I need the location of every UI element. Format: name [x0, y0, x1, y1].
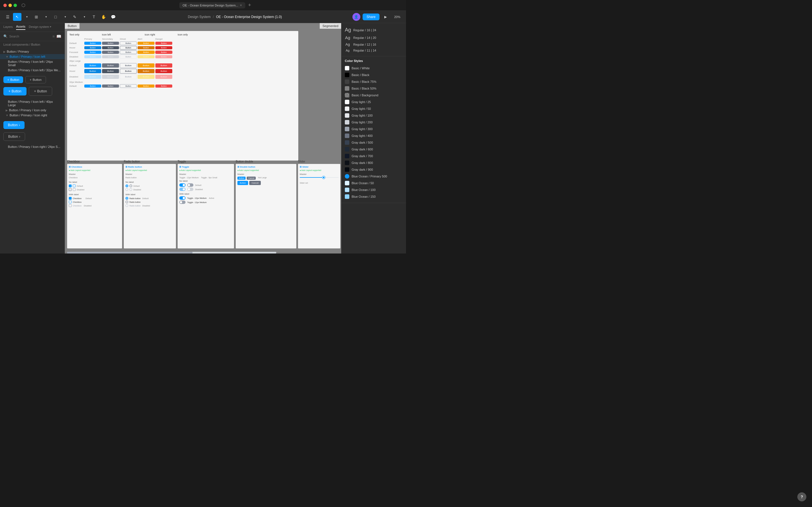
- type-item-regular-16[interactable]: Ag Regular / 16 | 24: [345, 26, 403, 34]
- frame-dropdown[interactable]: ▾: [42, 13, 50, 21]
- type-preview-icon: Ag: [345, 49, 350, 52]
- comment-tool[interactable]: 💬: [109, 13, 117, 21]
- color-name: Blue Ocean / 150: [352, 195, 375, 198]
- preview-button-ghost-2[interactable]: + Button: [29, 87, 52, 96]
- bottom-frames-row: Checkbox ⊞ Checkbox ● Auto Layout suppor…: [67, 164, 340, 248]
- component-previews: + Button + Button + Button + But: [0, 73, 64, 99]
- color-basic-white[interactable]: Basic / White: [345, 65, 403, 71]
- color-gray-light-300[interactable]: Gray light / 300: [345, 126, 403, 132]
- titlebar: ⬡ OE - Ocean Enterprise Design System...…: [0, 0, 406, 11]
- horizontal-scrollbar[interactable]: [67, 252, 276, 253]
- color-blue-ocean-150[interactable]: Blue Ocean / 150: [345, 193, 403, 200]
- grid-view-icon[interactable]: 📖: [56, 34, 61, 39]
- canvas-viewport[interactable]: Text only Icon left Icon right Icon only…: [65, 29, 341, 253]
- pen-tool[interactable]: ✎: [70, 13, 79, 21]
- color-swatch: [345, 113, 349, 118]
- chevron-icon: ▶: [6, 109, 8, 112]
- color-styles-title: Color Styles: [345, 59, 403, 62]
- color-basic-background[interactable]: Basic / Background: [345, 92, 403, 99]
- color-swatch: [345, 79, 349, 84]
- color-gray-light-200[interactable]: Gray light / 200: [345, 119, 403, 126]
- share-button[interactable]: Share: [363, 13, 379, 20]
- list-view-icon[interactable]: ≡: [52, 34, 55, 39]
- preview-button-icon-right-1[interactable]: Button ›: [3, 121, 24, 129]
- sidebar-item-24px-small[interactable]: Button / Primary / Icon left / 24px Smal…: [0, 59, 64, 68]
- sidebar-item-32px-medium[interactable]: Button / Primary / Icon left / 32px Me..…: [0, 68, 64, 73]
- plus-icon: +: [34, 89, 36, 93]
- color-blue-ocean-50[interactable]: Blue Ocean / 50: [345, 180, 403, 186]
- preview-button-ghost-1[interactable]: + Button: [26, 76, 46, 83]
- sidebar-tab-design-system[interactable]: Design system ▾: [29, 25, 51, 30]
- menu-button[interactable]: ☰: [3, 13, 12, 21]
- color-gray-dark-600[interactable]: Gray dark / 600: [345, 146, 403, 153]
- new-tab-button[interactable]: +: [248, 2, 251, 8]
- arrow-icon: ›: [19, 123, 20, 127]
- select-tool[interactable]: ↖: [13, 13, 21, 21]
- breadcrumb-part1[interactable]: Design System: [188, 15, 211, 19]
- color-basic-black-50[interactable]: Basic / Black 50%: [345, 85, 403, 92]
- color-gray-light-100[interactable]: Gray light / 100: [345, 112, 403, 119]
- color-basic-black-75[interactable]: Basic / Black 75%: [345, 78, 403, 85]
- sidebar-tab-assets[interactable]: Assets: [16, 25, 26, 30]
- color-gray-light-50[interactable]: Gray light / 50: [345, 105, 403, 112]
- sidebar-item-icon-right[interactable]: ▼ Button / Primary / Icon right: [0, 113, 64, 118]
- item-label: Button / Primary / Icon left / 24px Smal…: [8, 60, 61, 67]
- color-name: Blue Ocean / 50: [352, 181, 374, 185]
- close-dot[interactable]: [3, 4, 7, 7]
- active-tab[interactable]: OE - Ocean Enterprise Design System... ×: [179, 2, 245, 8]
- typography-section: Ag Regular / 16 | 24 Ag Regular / 14 | 2…: [342, 23, 406, 56]
- color-swatch: [345, 120, 349, 124]
- color-gray-light-25[interactable]: Gray light / 25: [345, 99, 403, 105]
- color-gray-dark-700[interactable]: Gray dark / 700: [345, 153, 403, 159]
- breadcrumb-part2[interactable]: OE - Ocean Enterprise Design System (1.0…: [216, 15, 282, 19]
- sidebar-tab-layers[interactable]: Layers: [3, 25, 13, 30]
- search-input[interactable]: [9, 35, 51, 38]
- toggle-frame: Toggle ⊞ Toggle ● Auto Layout supported …: [177, 164, 234, 248]
- preview-button-icon-right-ghost[interactable]: Button ›: [3, 132, 25, 141]
- type-item-regular-12[interactable]: Ag Regular / 12 | 16: [345, 41, 403, 48]
- tab-close-icon[interactable]: ×: [240, 3, 242, 7]
- button-double-frame: Button double ⊞ Double button ● Auto Lay…: [236, 164, 296, 248]
- color-basic-black[interactable]: Basic / Black: [345, 71, 403, 78]
- sidebar-item-icon-left[interactable]: ▼ Button / Primary / Icon left: [0, 54, 64, 59]
- type-item-regular-14[interactable]: Ag Regular / 14 | 20: [345, 34, 403, 41]
- preview-button-primary-2[interactable]: + Button: [3, 87, 27, 96]
- color-gray-dark-900[interactable]: Gray dark / 900: [345, 166, 403, 173]
- color-gray-dark-800[interactable]: Gray dark / 800: [345, 159, 403, 166]
- shape-dropdown[interactable]: ▾: [61, 13, 69, 21]
- color-name: Gray dark / 600: [352, 148, 373, 151]
- shape-tool[interactable]: □: [51, 13, 60, 21]
- hand-tool[interactable]: ✋: [99, 13, 108, 21]
- arrow-icon: ›: [19, 135, 20, 138]
- sidebar-item-button-primary[interactable]: ▶ Button / Primary: [0, 49, 64, 54]
- canvas-frame-label-segmented: Segmented: [320, 23, 341, 29]
- color-swatch: [345, 73, 349, 77]
- pen-dropdown[interactable]: ▾: [80, 13, 89, 21]
- color-name: Basic / Background: [352, 94, 378, 97]
- maximize-dot[interactable]: [13, 4, 17, 7]
- canvas[interactable]: Button Segmented Text only Icon left Ico…: [65, 23, 341, 253]
- btn-label: Button: [33, 78, 42, 81]
- sidebar-item-40px-large[interactable]: Button / Primary / Icon left / 40px Larg…: [0, 99, 64, 108]
- text-tool[interactable]: T: [90, 13, 98, 21]
- color-blue-ocean-100[interactable]: Blue Ocean / 100: [345, 186, 403, 193]
- preview-button-primary-1[interactable]: + Button: [3, 76, 23, 83]
- frame-tool[interactable]: ⊞: [32, 13, 41, 21]
- color-gray-dark-500[interactable]: Gray dark / 500: [345, 139, 403, 146]
- color-gray-light-400[interactable]: Gray light / 400: [345, 132, 403, 139]
- user-avatar[interactable]: 👤: [352, 13, 360, 21]
- select-dropdown[interactable]: ▾: [22, 13, 31, 21]
- color-swatch: [345, 181, 349, 185]
- sidebar-item-icon-only[interactable]: ▶ Button / Primary / Icon only: [0, 108, 64, 113]
- type-item-regular-11[interactable]: Ag Regular / 11 | 14: [345, 48, 403, 53]
- type-preview-icon: Ag: [345, 35, 350, 40]
- search-icon: 🔍: [3, 34, 8, 38]
- color-blue-ocean-500[interactable]: Blue Ocean / Primary 500: [345, 173, 403, 180]
- item-label: Button / Primary / Icon left / 32px Me..…: [8, 68, 61, 72]
- sidebar-item-icon-right-24px[interactable]: Button / Primary / Icon right / 24px S..…: [0, 144, 64, 149]
- type-label: Regular / 14 | 20: [353, 36, 376, 40]
- main-content: Layers Assets Design system ▾ 🔍 ≡ 📖 Loca…: [0, 23, 406, 253]
- minimize-dot[interactable]: [8, 4, 12, 7]
- zoom-level[interactable]: 20%: [392, 14, 403, 20]
- play-button[interactable]: ▶: [382, 13, 390, 21]
